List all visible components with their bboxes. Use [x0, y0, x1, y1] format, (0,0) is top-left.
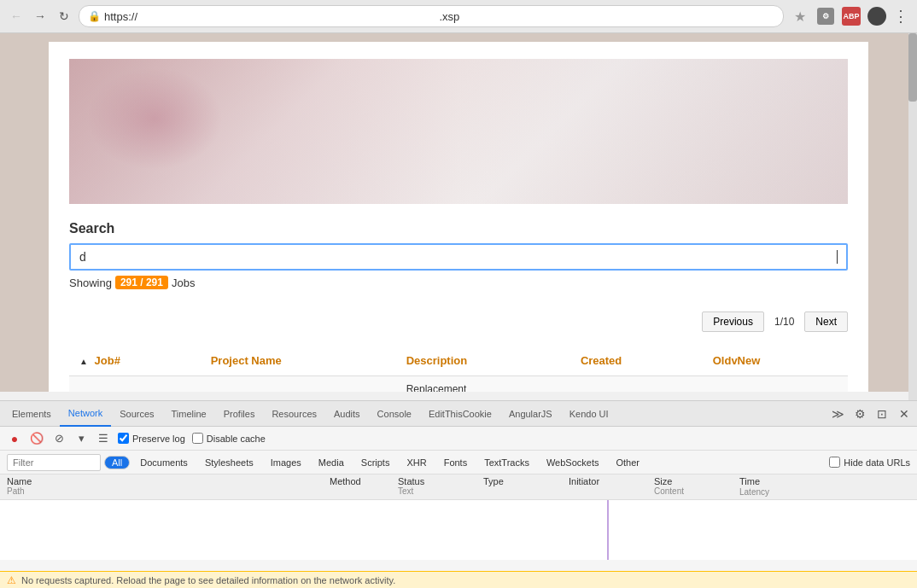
cell-created	[570, 376, 703, 393]
col-job[interactable]: ▲ Job#	[69, 346, 201, 376]
forward-button[interactable]: →	[31, 7, 50, 26]
count-badge: 291 / 291	[115, 276, 168, 289]
table-section: Previous 1/10 Next ▲ Job# Project Name D…	[69, 306, 848, 392]
page-area: Search Showing 291 / 291 Jobs Previous 1…	[0, 33, 917, 417]
devtools-icons: ≫ ⚙ ⊡ ✕	[828, 405, 914, 423]
filter-other[interactable]: Other	[610, 457, 647, 469]
table-row: Replacement	[69, 376, 848, 393]
showing-text: Showing 291 / 291 Jobs	[69, 276, 848, 289]
bookmark-button[interactable]: ★	[789, 5, 811, 27]
ext3-button[interactable]	[866, 5, 888, 27]
filter-scripts[interactable]: Scripts	[354, 457, 397, 469]
filter-images[interactable]: Images	[264, 457, 308, 469]
col-content-text: Content	[654, 486, 739, 496]
filter-button[interactable]: ▾	[73, 431, 89, 446]
search-input-wrapper[interactable]	[69, 243, 848, 271]
col-type: Type	[483, 476, 569, 486]
devtools-close-btn[interactable]: ✕	[895, 405, 914, 423]
tab-elements[interactable]: Elements	[3, 401, 60, 427]
tab-kendoui[interactable]: Kendo UI	[561, 401, 617, 427]
col-oldvnew[interactable]: OldvNew	[703, 346, 848, 376]
sort-arrow-icon: ▲	[79, 357, 88, 366]
devtools-panel: Elements Network Sources Timeline Profil…	[0, 400, 917, 588]
scrollbar-thumb[interactable]	[908, 33, 917, 102]
tab-profiles[interactable]: Profiles	[215, 401, 264, 427]
search-input[interactable]	[79, 250, 835, 264]
filter-all[interactable]: All	[104, 456, 130, 469]
tab-sources[interactable]: Sources	[111, 401, 162, 427]
page-content: Search Showing 291 / 291 Jobs Previous 1…	[0, 33, 917, 392]
menu-icon: ⋮	[893, 8, 908, 25]
ext2-button[interactable]: ABP	[840, 5, 862, 27]
network-table-header: Name Path Method Status Text Type Initia…	[0, 474, 917, 500]
browser-menu-button[interactable]: ⋮	[891, 7, 910, 26]
view-toggle-button[interactable]: ☰	[96, 431, 111, 446]
cell-project	[201, 376, 396, 393]
filter-texttracks[interactable]: TextTracks	[477, 457, 536, 469]
devtools-tabbar: Elements Network Sources Timeline Profil…	[0, 401, 917, 427]
back-button[interactable]: ←	[7, 7, 26, 26]
jobs-table: ▲ Job# Project Name Description Created …	[69, 346, 848, 392]
scrollbar-track[interactable]	[908, 33, 917, 417]
preserve-log-checkbox[interactable]	[118, 433, 129, 444]
status-bar: ⚠ No requests captured. Reload the page …	[0, 571, 917, 588]
col-latency-text: Latency	[739, 487, 769, 497]
page-info: 1/10	[768, 312, 801, 331]
filter-xhr[interactable]: XHR	[400, 457, 433, 469]
stop-button[interactable]: 🚫	[29, 431, 44, 446]
col-path-text: Path	[7, 486, 330, 496]
filter-input[interactable]	[7, 454, 101, 471]
devtools-settings-btn[interactable]: ⚙	[850, 405, 869, 423]
tab-network[interactable]: Network	[60, 401, 111, 427]
pagination-bar: Previous 1/10 Next	[69, 306, 848, 337]
browser-toolbar: ← → ↻ 🔒 https:// .xsp ★ ⚙ ABP	[0, 0, 917, 32]
col-status-text: Status	[398, 476, 483, 486]
cursor	[837, 250, 838, 264]
col-description[interactable]: Description	[396, 346, 570, 376]
ext1-button[interactable]: ⚙	[815, 5, 837, 27]
tab-audits[interactable]: Audits	[325, 401, 369, 427]
tab-timeline[interactable]: Timeline	[163, 401, 215, 427]
hide-data-urls-label[interactable]: Hide data URLs	[829, 457, 910, 468]
col-created[interactable]: Created	[570, 346, 703, 376]
col-status: Status Text	[398, 476, 483, 496]
devtools-console-btn[interactable]: ≫	[828, 405, 847, 423]
table-header-row: ▲ Job# Project Name Description Created …	[69, 346, 848, 376]
address-bar[interactable]: 🔒 https:// .xsp	[79, 5, 784, 27]
hide-data-urls-checkbox[interactable]	[829, 457, 840, 468]
disable-cache-label[interactable]: Disable cache	[192, 433, 266, 444]
record-button[interactable]: ●	[7, 431, 22, 446]
refresh-button[interactable]: ↻	[55, 7, 73, 26]
search-label: Search	[69, 221, 848, 236]
col-name-path: Name Path	[7, 476, 330, 496]
col-size-content: Size Content	[654, 476, 739, 496]
address-suffix: .xsp	[440, 10, 775, 23]
tab-angularjs[interactable]: AngularJS	[500, 401, 561, 427]
ext2-icon: ABP	[842, 7, 861, 26]
col-status-sub-text: Text	[398, 486, 483, 496]
tab-console[interactable]: Console	[369, 401, 420, 427]
filter-media[interactable]: Media	[312, 457, 351, 469]
col-name-text: Name	[7, 476, 330, 486]
clear-button[interactable]: ⊘	[51, 431, 67, 446]
toolbar-icons: ★ ⚙ ABP ⋮	[789, 5, 910, 27]
filter-stylesheets[interactable]: Stylesheets	[198, 457, 260, 469]
tab-editthiscookie[interactable]: EditThisCookie	[420, 401, 500, 427]
col-initiator-text: Initiator	[569, 476, 654, 486]
previous-button[interactable]: Previous	[702, 311, 764, 332]
tab-resources[interactable]: Resources	[263, 401, 325, 427]
network-toolbar: ● 🚫 ⊘ ▾ ☰ Preserve log Disable cache	[0, 427, 917, 451]
filter-websockets[interactable]: WebSockets	[540, 457, 606, 469]
col-time-text: Time	[739, 476, 760, 486]
col-project[interactable]: Project Name	[201, 346, 396, 376]
preserve-log-label[interactable]: Preserve log	[118, 433, 185, 444]
filter-documents[interactable]: Documents	[133, 457, 195, 469]
filter-bar: All Documents Stylesheets Images Media S…	[0, 451, 917, 474]
disable-cache-checkbox[interactable]	[192, 433, 203, 444]
warning-icon: ⚠	[7, 574, 16, 586]
filter-fonts[interactable]: Fonts	[437, 457, 475, 469]
col-initiator: Initiator	[569, 476, 654, 486]
devtools-dock-btn[interactable]: ⊡	[873, 405, 891, 423]
next-button[interactable]: Next	[804, 311, 848, 332]
col-time-group: Time Latency	[739, 476, 910, 497]
